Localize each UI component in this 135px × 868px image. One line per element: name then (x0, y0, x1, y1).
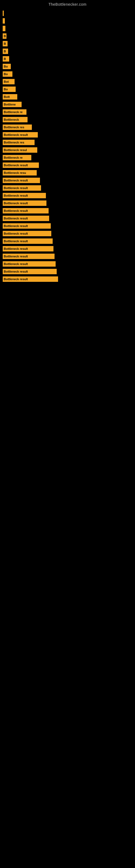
bar-row: Bottleneck result (3, 177, 132, 183)
bar (3, 10, 4, 16)
bar-row: Bottleneck result (3, 230, 132, 237)
bar-label: Bottleneck (4, 118, 19, 121)
bar-row: Bottleneck result (3, 200, 132, 206)
bar-row: Bottleneck result (3, 215, 132, 221)
bar-row: Bottleneck result (3, 269, 132, 275)
bar-label: Bottleneck result (4, 247, 28, 250)
bar: Bottleneck result (3, 162, 39, 168)
bar-label: Bottleneck result (4, 270, 28, 273)
bar-row: Bottleneck result (3, 261, 132, 267)
bar: Bo (3, 71, 12, 77)
bar: Bottleneck result (3, 216, 49, 221)
bar-row: Bottleneck result (3, 208, 132, 214)
bar-label: Bot (4, 80, 9, 83)
bar-label: Bottleneck result (4, 209, 28, 212)
bar-row: Bottleneck resul (3, 147, 132, 153)
bar-label: Bottleneck result (4, 217, 28, 220)
bar-row: Bottleneck result (3, 193, 132, 198)
bar-label: B (4, 34, 6, 38)
site-title: TheBottlenecker.com (0, 0, 135, 8)
bar-row: Bottleneck result (3, 162, 132, 168)
bar-label: B (4, 50, 6, 53)
bar-label: Bottleneck result (4, 194, 28, 197)
bar-label: Bottleneck result (4, 186, 28, 190)
bar: Bottleneck resul (3, 147, 37, 153)
bar: Bottleneck result (3, 231, 51, 236)
bar: B (3, 56, 9, 62)
bar: Bottlene (3, 102, 21, 107)
bar-row: Bo (3, 63, 132, 69)
bar-row: B (3, 41, 132, 46)
bar-row: Bottleneck (3, 117, 132, 123)
bar-row: Bottleneck res (3, 140, 132, 145)
bar: Bottleneck result (3, 185, 41, 191)
bar: Bottleneck result (3, 254, 54, 259)
bar: Bottleneck res (3, 124, 32, 130)
bar: Bottleneck res (3, 140, 35, 145)
bar-label: Bottlene (4, 103, 16, 106)
bar-label: Bottleneck result (4, 232, 28, 235)
bar-row: B (3, 33, 132, 39)
bar: Bottleneck result (3, 276, 58, 282)
bar: Bot (3, 79, 14, 84)
bar-label: Bo (4, 72, 8, 76)
bar-label: Bottleneck res (4, 141, 24, 144)
bar-label: Bottleneck result (4, 255, 28, 258)
bar-label: Bottleneck result (4, 163, 28, 167)
bar-label: Bottleneck re (4, 156, 23, 159)
bar-row: Bottleneck result (3, 276, 132, 282)
bar-row: Bo (3, 86, 132, 92)
bar-label: Bo (4, 88, 8, 91)
bar: Bo (3, 64, 11, 69)
bar: Bott (3, 94, 17, 99)
bar: Bottleneck result (3, 223, 51, 229)
bar-label: B (4, 42, 6, 45)
bar (3, 18, 5, 24)
bar-row (3, 18, 132, 24)
bar-label: Bottleneck res (4, 126, 24, 129)
bar-row (3, 10, 132, 16)
bar-row: Bottleneck result (3, 238, 132, 244)
bar-row: Bot (3, 79, 132, 85)
bar-row: Bottleneck re (3, 109, 132, 115)
bar-label: Bottleneck result (4, 202, 28, 205)
bar-label: Bo (4, 65, 8, 68)
bar-label: Bottleneck result (4, 278, 28, 281)
bar-row: B (3, 48, 132, 54)
bar: Bottleneck result (3, 178, 40, 183)
bar: Bottleneck result (3, 239, 53, 244)
bar-label: Bottleneck resu (4, 171, 26, 175)
bar-row: Bottleneck result (3, 246, 132, 252)
bar: Bottleneck result (3, 200, 46, 206)
bar-row: Bottleneck result (3, 253, 132, 259)
bar: Bottleneck resu (3, 170, 37, 176)
bar-label: Bottleneck result (4, 262, 28, 266)
bar-label: B (4, 57, 6, 61)
bar: Bottleneck result (3, 246, 53, 251)
bar: Bottleneck re (3, 109, 27, 115)
bar-row: Bo (3, 71, 132, 77)
bar-label: Bott (4, 95, 10, 98)
bar-label: Bottleneck resul (4, 148, 27, 152)
bar: Bottleneck (3, 117, 28, 122)
bar-row: Bottleneck result (3, 223, 132, 229)
bar (3, 26, 5, 31)
bar-row: Bottleneck resu (3, 170, 132, 176)
bar-label: Bottleneck result (4, 179, 28, 182)
bar-label: Bottleneck result (4, 224, 28, 227)
bar: Bottleneck result (3, 261, 56, 267)
bar: Bottleneck result (3, 208, 49, 214)
bar: Bo (3, 87, 16, 92)
bar: B (3, 33, 6, 39)
bar-label: Bottleneck result (4, 240, 28, 243)
bar: B (3, 49, 8, 54)
bar: B (3, 41, 8, 46)
bar-row: Bott (3, 94, 132, 100)
bar: Bottleneck result (3, 269, 57, 274)
bar: Bottleneck result (3, 193, 46, 198)
bar: Bottleneck re (3, 155, 31, 160)
bar-label: Bottleneck result (4, 133, 28, 136)
bar-label: Bottleneck re (4, 111, 23, 114)
bar-row: Bottleneck result (3, 185, 132, 191)
bars-container: BBBBBoBoBotBoBottBottleneBottleneck reBo… (0, 8, 135, 286)
